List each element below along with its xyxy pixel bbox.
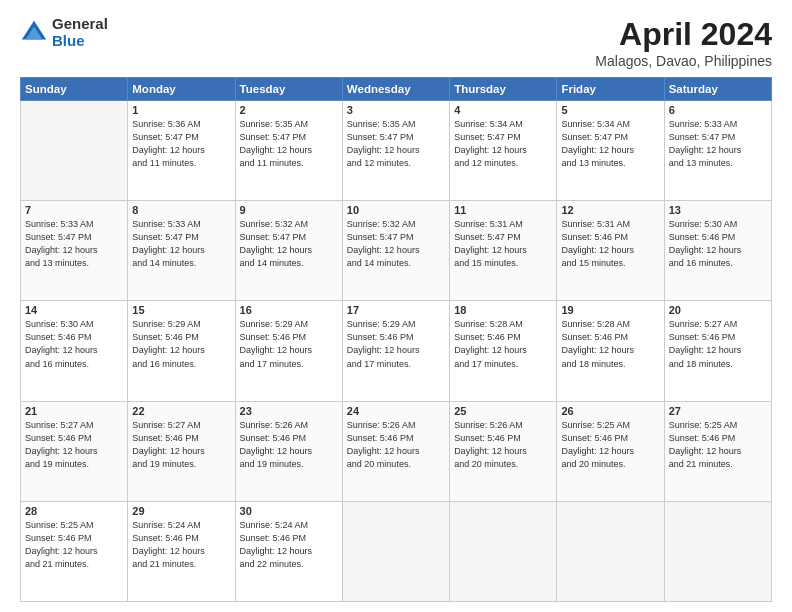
day-info: Sunrise: 5:29 AM Sunset: 5:46 PM Dayligh… [132,318,230,370]
day-info: Sunrise: 5:33 AM Sunset: 5:47 PM Dayligh… [669,118,767,170]
day-number: 2 [240,104,338,116]
calendar-day-cell: 25Sunrise: 5:26 AM Sunset: 5:46 PM Dayli… [450,401,557,501]
calendar-day-cell: 14Sunrise: 5:30 AM Sunset: 5:46 PM Dayli… [21,301,128,401]
logo-icon [20,19,48,47]
day-info: Sunrise: 5:25 AM Sunset: 5:46 PM Dayligh… [561,419,659,471]
calendar-week-row: 7Sunrise: 5:33 AM Sunset: 5:47 PM Daylig… [21,201,772,301]
day-number: 14 [25,304,123,316]
calendar-day-cell [450,501,557,601]
day-info: Sunrise: 5:26 AM Sunset: 5:46 PM Dayligh… [347,419,445,471]
day-number: 13 [669,204,767,216]
calendar-day-cell: 7Sunrise: 5:33 AM Sunset: 5:47 PM Daylig… [21,201,128,301]
main-title: April 2024 [595,16,772,53]
logo-general-text: General [52,16,108,33]
day-number: 7 [25,204,123,216]
day-info: Sunrise: 5:27 AM Sunset: 5:46 PM Dayligh… [25,419,123,471]
calendar-day-cell: 24Sunrise: 5:26 AM Sunset: 5:46 PM Dayli… [342,401,449,501]
day-info: Sunrise: 5:26 AM Sunset: 5:46 PM Dayligh… [454,419,552,471]
calendar-day-cell: 12Sunrise: 5:31 AM Sunset: 5:46 PM Dayli… [557,201,664,301]
day-number: 1 [132,104,230,116]
calendar-day-cell: 18Sunrise: 5:28 AM Sunset: 5:46 PM Dayli… [450,301,557,401]
calendar-header: SundayMondayTuesdayWednesdayThursdayFrid… [21,78,772,101]
calendar-day-cell: 4Sunrise: 5:34 AM Sunset: 5:47 PM Daylig… [450,101,557,201]
title-block: April 2024 Malagos, Davao, Philippines [595,16,772,69]
day-number: 16 [240,304,338,316]
day-number: 26 [561,405,659,417]
day-number: 24 [347,405,445,417]
day-info: Sunrise: 5:27 AM Sunset: 5:46 PM Dayligh… [669,318,767,370]
calendar-day-cell: 30Sunrise: 5:24 AM Sunset: 5:46 PM Dayli… [235,501,342,601]
day-number: 29 [132,505,230,517]
day-number: 10 [347,204,445,216]
day-number: 30 [240,505,338,517]
calendar-day-cell [557,501,664,601]
calendar-day-cell [342,501,449,601]
day-number: 8 [132,204,230,216]
logo-text: General Blue [52,16,108,49]
day-number: 18 [454,304,552,316]
calendar-week-row: 14Sunrise: 5:30 AM Sunset: 5:46 PM Dayli… [21,301,772,401]
calendar-header-cell: Saturday [664,78,771,101]
day-info: Sunrise: 5:35 AM Sunset: 5:47 PM Dayligh… [347,118,445,170]
day-info: Sunrise: 5:31 AM Sunset: 5:46 PM Dayligh… [561,218,659,270]
calendar-header-cell: Friday [557,78,664,101]
calendar-day-cell: 26Sunrise: 5:25 AM Sunset: 5:46 PM Dayli… [557,401,664,501]
day-info: Sunrise: 5:35 AM Sunset: 5:47 PM Dayligh… [240,118,338,170]
header: General Blue April 2024 Malagos, Davao, … [20,16,772,69]
day-number: 15 [132,304,230,316]
calendar-day-cell: 20Sunrise: 5:27 AM Sunset: 5:46 PM Dayli… [664,301,771,401]
day-number: 6 [669,104,767,116]
day-info: Sunrise: 5:31 AM Sunset: 5:47 PM Dayligh… [454,218,552,270]
calendar-day-cell [664,501,771,601]
day-number: 4 [454,104,552,116]
calendar-day-cell: 29Sunrise: 5:24 AM Sunset: 5:46 PM Dayli… [128,501,235,601]
calendar-day-cell: 23Sunrise: 5:26 AM Sunset: 5:46 PM Dayli… [235,401,342,501]
day-info: Sunrise: 5:32 AM Sunset: 5:47 PM Dayligh… [347,218,445,270]
day-number: 19 [561,304,659,316]
calendar-day-cell: 2Sunrise: 5:35 AM Sunset: 5:47 PM Daylig… [235,101,342,201]
day-number: 23 [240,405,338,417]
day-info: Sunrise: 5:34 AM Sunset: 5:47 PM Dayligh… [454,118,552,170]
calendar-day-cell: 9Sunrise: 5:32 AM Sunset: 5:47 PM Daylig… [235,201,342,301]
calendar-header-cell: Monday [128,78,235,101]
day-info: Sunrise: 5:36 AM Sunset: 5:47 PM Dayligh… [132,118,230,170]
day-number: 20 [669,304,767,316]
calendar-day-cell: 15Sunrise: 5:29 AM Sunset: 5:46 PM Dayli… [128,301,235,401]
day-number: 22 [132,405,230,417]
day-info: Sunrise: 5:28 AM Sunset: 5:46 PM Dayligh… [454,318,552,370]
calendar-day-cell: 21Sunrise: 5:27 AM Sunset: 5:46 PM Dayli… [21,401,128,501]
day-info: Sunrise: 5:29 AM Sunset: 5:46 PM Dayligh… [347,318,445,370]
day-info: Sunrise: 5:30 AM Sunset: 5:46 PM Dayligh… [25,318,123,370]
day-number: 5 [561,104,659,116]
calendar-week-row: 1Sunrise: 5:36 AM Sunset: 5:47 PM Daylig… [21,101,772,201]
calendar-header-cell: Sunday [21,78,128,101]
calendar-header-cell: Wednesday [342,78,449,101]
day-info: Sunrise: 5:24 AM Sunset: 5:46 PM Dayligh… [132,519,230,571]
calendar-day-cell: 11Sunrise: 5:31 AM Sunset: 5:47 PM Dayli… [450,201,557,301]
day-info: Sunrise: 5:33 AM Sunset: 5:47 PM Dayligh… [132,218,230,270]
day-info: Sunrise: 5:29 AM Sunset: 5:46 PM Dayligh… [240,318,338,370]
calendar-day-cell: 27Sunrise: 5:25 AM Sunset: 5:46 PM Dayli… [664,401,771,501]
logo-blue-text: Blue [52,33,108,50]
day-info: Sunrise: 5:25 AM Sunset: 5:46 PM Dayligh… [25,519,123,571]
day-number: 28 [25,505,123,517]
calendar-body: 1Sunrise: 5:36 AM Sunset: 5:47 PM Daylig… [21,101,772,602]
calendar-day-cell: 3Sunrise: 5:35 AM Sunset: 5:47 PM Daylig… [342,101,449,201]
calendar-header-row: SundayMondayTuesdayWednesdayThursdayFrid… [21,78,772,101]
calendar-day-cell: 19Sunrise: 5:28 AM Sunset: 5:46 PM Dayli… [557,301,664,401]
day-info: Sunrise: 5:34 AM Sunset: 5:47 PM Dayligh… [561,118,659,170]
calendar-day-cell: 8Sunrise: 5:33 AM Sunset: 5:47 PM Daylig… [128,201,235,301]
calendar-week-row: 21Sunrise: 5:27 AM Sunset: 5:46 PM Dayli… [21,401,772,501]
calendar-day-cell [21,101,128,201]
calendar-table: SundayMondayTuesdayWednesdayThursdayFrid… [20,77,772,602]
day-info: Sunrise: 5:26 AM Sunset: 5:46 PM Dayligh… [240,419,338,471]
calendar-day-cell: 16Sunrise: 5:29 AM Sunset: 5:46 PM Dayli… [235,301,342,401]
calendar-header-cell: Tuesday [235,78,342,101]
day-info: Sunrise: 5:25 AM Sunset: 5:46 PM Dayligh… [669,419,767,471]
day-number: 17 [347,304,445,316]
logo: General Blue [20,16,108,49]
calendar-day-cell: 28Sunrise: 5:25 AM Sunset: 5:46 PM Dayli… [21,501,128,601]
day-info: Sunrise: 5:32 AM Sunset: 5:47 PM Dayligh… [240,218,338,270]
page: General Blue April 2024 Malagos, Davao, … [0,0,792,612]
calendar-day-cell: 5Sunrise: 5:34 AM Sunset: 5:47 PM Daylig… [557,101,664,201]
